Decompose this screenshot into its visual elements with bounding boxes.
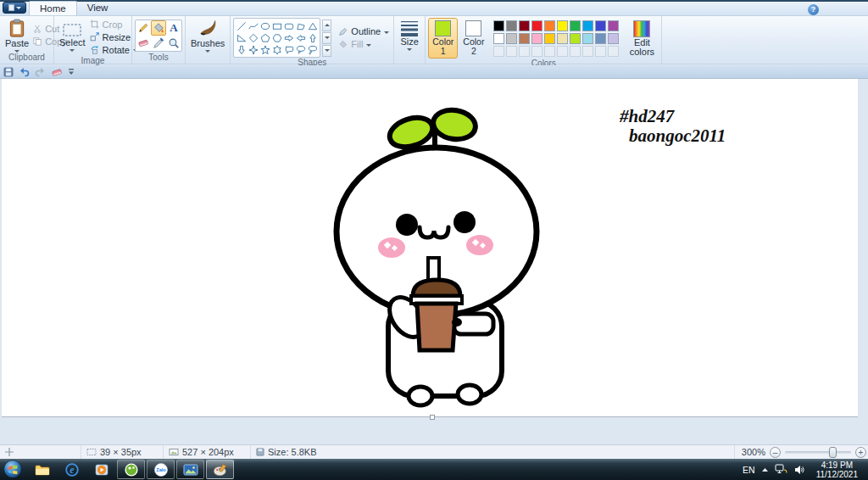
shapes-scroll-up-button[interactable] (322, 20, 331, 31)
taskbar-coccoc-icon[interactable] (117, 460, 145, 479)
palette-swatch[interactable] (531, 33, 542, 44)
shape-cloud-callout[interactable] (307, 44, 318, 55)
shape-right-arrow[interactable] (283, 32, 294, 43)
shape-rectangle[interactable] (271, 20, 282, 31)
language-indicator[interactable]: EN (743, 465, 755, 475)
shape-up-arrow[interactable] (307, 32, 318, 43)
palette-swatch-empty[interactable] (570, 46, 581, 57)
shape-curve[interactable] (248, 20, 259, 31)
magnifier-tool-button[interactable] (166, 36, 181, 51)
palette-swatch[interactable] (582, 33, 593, 44)
palette-swatch[interactable] (519, 20, 530, 31)
eraser-tool-button[interactable] (136, 36, 151, 51)
palette-swatch[interactable] (531, 20, 542, 31)
paint-app-menu-button[interactable] (3, 2, 26, 14)
brushes-button[interactable]: Brushes (188, 18, 227, 53)
save-button[interactable] (3, 67, 14, 77)
shape-ellipse[interactable] (259, 20, 270, 31)
zoom-in-button[interactable]: + (855, 447, 866, 458)
network-icon[interactable] (775, 464, 787, 475)
shape-five-point-star[interactable] (259, 44, 270, 55)
palette-swatch[interactable] (570, 33, 581, 44)
palette-swatch[interactable] (519, 33, 530, 44)
shape-down-arrow[interactable] (236, 44, 247, 55)
shape-triangle[interactable] (307, 20, 318, 31)
palette-swatch-empty[interactable] (544, 46, 555, 57)
palette-swatch-empty[interactable] (506, 46, 517, 57)
shape-rounded-rectangle[interactable] (283, 20, 294, 31)
palette-swatch[interactable] (557, 20, 568, 31)
shape-six-point-star[interactable] (271, 44, 282, 55)
edit-colors-button[interactable]: Edit colors (625, 20, 659, 57)
taskbar-photos-icon[interactable] (176, 460, 204, 479)
palette-swatch[interactable] (608, 20, 619, 31)
redo-button[interactable] (35, 67, 46, 77)
taskbar-clock[interactable]: 4:19 PM 11/12/2021 (811, 460, 863, 479)
shape-rounded-callout[interactable] (283, 44, 294, 55)
shape-left-arrow[interactable] (295, 32, 306, 43)
shape-hexagon[interactable] (271, 32, 282, 43)
fill-with-color-tool-button[interactable] (151, 20, 166, 36)
taskbar-internet-explorer-icon[interactable]: e (58, 460, 86, 479)
shape-right-triangle[interactable] (236, 32, 247, 43)
qat-eraser-button[interactable] (51, 67, 63, 77)
shape-pentagon[interactable] (259, 32, 270, 43)
drawing-canvas[interactable]: #hd247 baongoc2011 (2, 79, 858, 417)
shapes-expand-button[interactable] (322, 45, 331, 57)
color2-button[interactable]: Color 2 (459, 19, 487, 58)
palette-swatch-empty[interactable] (531, 46, 542, 57)
color1-button[interactable]: Color 1 (428, 18, 458, 59)
rotate-label: Rotate (103, 45, 130, 55)
pencil-tool-button[interactable] (136, 20, 151, 36)
palette-swatch[interactable] (595, 33, 606, 44)
undo-button[interactable] (19, 67, 30, 77)
zoom-slider[interactable] (785, 451, 851, 454)
zoom-out-button[interactable]: – (770, 447, 781, 458)
palette-swatch-empty[interactable] (557, 46, 568, 57)
shape-line[interactable] (236, 20, 247, 31)
color-picker-tool-button[interactable] (151, 36, 166, 51)
palette-swatch[interactable] (506, 33, 517, 44)
volume-icon[interactable] (793, 465, 805, 475)
palette-swatch[interactable] (506, 20, 517, 31)
taskbar-zalo-icon[interactable]: Zalo (147, 460, 175, 479)
paste-button[interactable]: Paste (3, 19, 31, 53)
tab-home[interactable]: Home (29, 1, 77, 15)
palette-swatch[interactable] (493, 33, 504, 44)
shape-oval-callout[interactable] (295, 44, 306, 55)
taskbar-paint-icon[interactable] (206, 460, 234, 479)
palette-swatch[interactable] (544, 33, 555, 44)
palette-swatch[interactable] (608, 33, 619, 44)
palette-swatch[interactable] (544, 20, 555, 31)
taskbar-explorer-icon[interactable] (28, 460, 56, 479)
shape-four-point-star[interactable] (248, 44, 259, 55)
palette-swatch[interactable] (493, 20, 504, 31)
taskbar-start-button[interactable] (3, 460, 23, 479)
text-tool-button[interactable]: A (166, 20, 181, 36)
show-hidden-icons-button[interactable] (761, 467, 769, 472)
palette-swatch-empty[interactable] (608, 46, 619, 57)
palette-swatch-empty[interactable] (493, 46, 504, 57)
palette-swatch[interactable] (582, 20, 593, 31)
palette-swatch[interactable] (557, 33, 568, 44)
zoom-slider-thumb[interactable] (829, 447, 837, 458)
palette-swatch-empty[interactable] (519, 46, 530, 57)
curve-icon (248, 21, 259, 31)
taskbar-media-player-icon[interactable] (87, 460, 115, 479)
undo-icon (19, 67, 30, 77)
palette-swatch-empty[interactable] (582, 46, 593, 57)
select-button[interactable]: Select (57, 23, 88, 52)
outline-button[interactable]: Outline (337, 25, 391, 38)
palette-swatch[interactable] (570, 20, 581, 31)
shape-diamond[interactable] (248, 32, 259, 43)
shapes-scroll-down-button[interactable] (322, 32, 331, 44)
fill-button[interactable]: Fill (337, 38, 391, 51)
customize-qat-button[interactable] (68, 68, 75, 75)
tab-view[interactable]: View (77, 1, 119, 15)
palette-swatch-empty[interactable] (595, 46, 606, 57)
help-icon[interactable]: ? (808, 4, 819, 15)
size-button[interactable]: Size (397, 20, 422, 51)
palette-swatch[interactable] (595, 20, 606, 31)
canvas-resize-handle[interactable] (430, 415, 435, 420)
shape-polygon[interactable] (295, 20, 306, 31)
